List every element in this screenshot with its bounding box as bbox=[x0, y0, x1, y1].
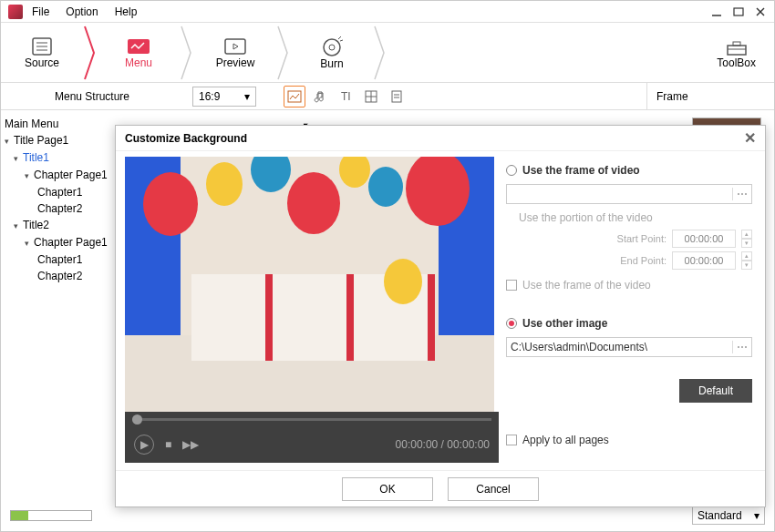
customize-background-dialog: Customize Background ✕ bbox=[115, 125, 766, 507]
maximize-button[interactable] bbox=[732, 5, 745, 18]
sub-toolbar: Menu Structure 16:9 ▾ TI ⬉ Frame bbox=[1, 83, 774, 110]
seek-bar[interactable] bbox=[125, 412, 499, 426]
checkbox-icon bbox=[506, 280, 517, 291]
spin-down[interactable]: ▾ bbox=[741, 239, 752, 248]
standard-select[interactable]: Standard ▾ bbox=[692, 506, 765, 525]
step-toolbox[interactable]: ToolBox bbox=[717, 36, 756, 69]
svg-point-11 bbox=[324, 39, 340, 56]
svg-line-13 bbox=[338, 36, 341, 39]
music-icon bbox=[314, 90, 326, 103]
menu-tree[interactable]: Main Menu Title Page1 Title1 Chapter Pag… bbox=[1, 110, 108, 511]
step-burn-label: Burn bbox=[320, 57, 343, 70]
video-path-input[interactable]: ⋯ bbox=[506, 184, 752, 204]
play-button[interactable]: ▶ bbox=[134, 435, 154, 455]
svg-rect-18 bbox=[288, 91, 301, 102]
browse-button[interactable]: ⋯ bbox=[732, 188, 748, 200]
tree-main-menu[interactable]: Main Menu bbox=[5, 116, 105, 132]
frame-panel-label: Frame bbox=[646, 83, 774, 109]
stop-button[interactable]: ■ bbox=[165, 438, 171, 451]
tree-chapter2b[interactable]: Chapter2 bbox=[5, 268, 105, 284]
dialog-close-button[interactable]: ✕ bbox=[744, 129, 756, 147]
dialog-header: Customize Background ✕ bbox=[116, 126, 765, 151]
chevron-down-icon: ▾ bbox=[754, 509, 760, 522]
next-button[interactable]: ▶▶ bbox=[182, 438, 199, 451]
end-point-input[interactable]: 00:00:00 bbox=[672, 251, 736, 270]
document-button[interactable] bbox=[386, 86, 408, 107]
grid-button[interactable] bbox=[360, 86, 382, 107]
radio-icon bbox=[506, 318, 517, 329]
image-path-input[interactable]: C:\Users\admin\Documents\ ⋯ bbox=[506, 337, 752, 357]
step-source[interactable]: Source bbox=[1, 23, 83, 82]
end-point-label: End Point: bbox=[620, 255, 666, 266]
svg-rect-9 bbox=[225, 39, 245, 54]
tree-chapterpage1a[interactable]: Chapter Page1 bbox=[5, 167, 105, 184]
tree-chapter1b[interactable]: Chapter1 bbox=[5, 251, 105, 268]
menu-option[interactable]: Option bbox=[66, 5, 98, 18]
aspect-ratio-value: 16:9 bbox=[199, 90, 220, 103]
svg-line-14 bbox=[340, 40, 343, 41]
dialog-footer: OK Cancel bbox=[116, 470, 765, 506]
chevron-icon bbox=[83, 23, 98, 83]
toolbox-icon bbox=[724, 36, 749, 56]
svg-rect-1 bbox=[734, 8, 743, 15]
checkbox-icon bbox=[506, 435, 517, 445]
image-path-value: C:\Users\admin\Documents\ bbox=[511, 341, 732, 353]
spin-up[interactable]: ▴ bbox=[741, 230, 752, 239]
apply-all-label: Apply to all pages bbox=[522, 434, 609, 446]
tree-chapter2a[interactable]: Chapter2 bbox=[5, 200, 105, 217]
tree-titlepage1[interactable]: Title Page1 bbox=[5, 132, 105, 149]
step-menu-label: Menu bbox=[125, 56, 152, 69]
svg-text:TI: TI bbox=[341, 90, 351, 103]
video-controls: ▶ ■ ▶▶ 00:00:00 / 00:00:00 bbox=[125, 426, 499, 463]
svg-rect-8 bbox=[128, 39, 150, 54]
text-button[interactable]: TI bbox=[335, 86, 356, 107]
use-frame-checkbox[interactable]: Use the frame of the video bbox=[506, 279, 752, 292]
ok-button[interactable]: OK bbox=[342, 477, 433, 501]
close-button[interactable] bbox=[754, 5, 767, 18]
source-icon bbox=[30, 36, 54, 56]
radio-use-frame-label: Use the frame of video bbox=[522, 164, 640, 177]
spin-down[interactable]: ▾ bbox=[741, 261, 752, 270]
tree-chapter1a[interactable]: Chapter1 bbox=[5, 184, 105, 200]
start-point-label: Start Point: bbox=[617, 233, 666, 244]
minimize-button[interactable] bbox=[710, 5, 723, 18]
tree-title1[interactable]: Title1 bbox=[5, 149, 105, 167]
menu-structure-label: Menu Structure bbox=[1, 90, 183, 103]
apply-all-checkbox[interactable]: Apply to all pages bbox=[506, 434, 752, 446]
step-burn[interactable]: Burn bbox=[291, 23, 373, 82]
image-icon bbox=[287, 90, 302, 103]
browse-button[interactable]: ⋯ bbox=[732, 341, 748, 353]
grid-icon bbox=[365, 90, 377, 103]
tree-title2[interactable]: Title2 bbox=[5, 217, 105, 234]
radio-use-frame[interactable]: Use the frame of video bbox=[506, 164, 752, 177]
chevron-icon bbox=[180, 23, 194, 83]
chevron-down-icon: ▾ bbox=[244, 90, 250, 103]
default-button[interactable]: Default bbox=[679, 379, 752, 403]
steps-toolbar: Source Menu Preview Burn ToolBox bbox=[1, 23, 774, 83]
radio-use-image[interactable]: Use other image bbox=[506, 317, 752, 330]
preview-pane: ▶ ■ ▶▶ 00:00:00 / 00:00:00 bbox=[116, 151, 499, 470]
video-preview bbox=[125, 157, 494, 412]
standard-value: Standard bbox=[698, 509, 742, 522]
start-point-input[interactable]: 00:00:00 bbox=[672, 230, 736, 248]
tree-chapterpage1b[interactable]: Chapter Page1 bbox=[5, 234, 105, 251]
dialog-title: Customize Background bbox=[125, 132, 247, 145]
radio-use-image-label: Use other image bbox=[522, 317, 607, 330]
step-menu[interactable]: Menu bbox=[98, 23, 180, 82]
step-preview[interactable]: Preview bbox=[194, 23, 276, 82]
spin-up[interactable]: ▴ bbox=[741, 251, 752, 261]
music-button[interactable] bbox=[309, 86, 331, 107]
timecode: 00:00:00 / 00:00:00 bbox=[396, 438, 490, 451]
app-icon bbox=[8, 5, 23, 19]
burn-icon bbox=[320, 36, 344, 57]
chevron-icon bbox=[373, 23, 388, 83]
step-source-label: Source bbox=[25, 56, 59, 69]
chevron-icon bbox=[276, 23, 291, 83]
aspect-ratio-select[interactable]: 16:9 ▾ bbox=[192, 87, 256, 107]
svg-rect-15 bbox=[728, 46, 746, 55]
cancel-button[interactable]: Cancel bbox=[448, 477, 539, 501]
background-image-button[interactable] bbox=[284, 86, 305, 107]
menu-file[interactable]: File bbox=[32, 5, 49, 18]
menu-help[interactable]: Help bbox=[115, 5, 138, 18]
use-frame-check-label: Use the frame of the video bbox=[522, 279, 651, 292]
